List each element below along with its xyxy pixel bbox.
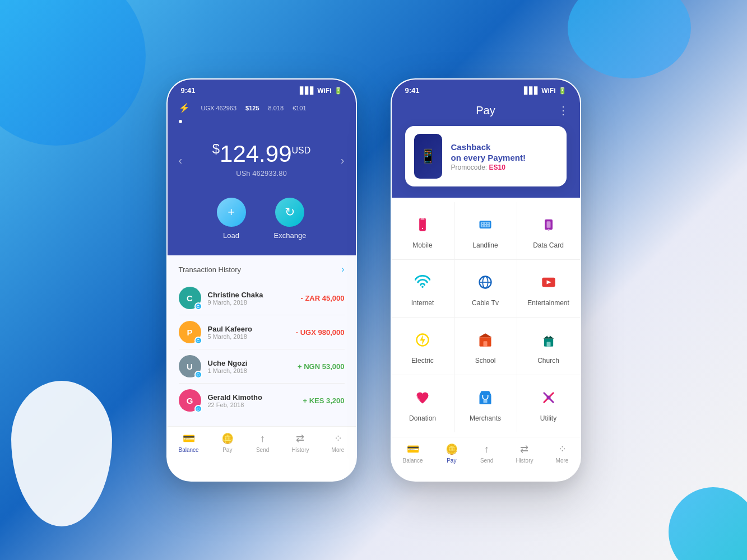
svg-marker-22 [420,335,425,346]
nav2-pay-label: Pay [447,458,456,464]
nav2-history[interactable]: ⇄ History [516,443,533,464]
pay-item-church[interactable]: Church [517,318,580,375]
currency-tab-usd[interactable]: $125 [245,105,259,111]
school-icon [473,328,498,352]
phones-wrapper: 9:41 ▋▋▋ WiFi 🔋 ⚡ UGX 462963 $125 8.018 … [0,0,747,560]
transaction-title: Transaction History [179,265,242,274]
phone-balance: 9:41 ▋▋▋ WiFi 🔋 ⚡ UGX 462963 $125 8.018 … [166,78,357,482]
transaction-item[interactable]: C C Christine Chaka 9 March, 2018 - ZAR … [179,281,345,315]
signal-icon-2: ▋▋▋ [524,87,539,95]
cashback-banner[interactable]: 📱 Cashback on every Payment! Promocode: … [405,126,567,186]
transaction-name: Gerald Kimotho [208,393,296,402]
avatar: U C [179,355,201,377]
balance-prev-arrow[interactable]: ‹ [179,153,183,166]
pay-item-merchants[interactable]: Merchants [454,375,517,432]
nav2-send[interactable]: ↑ Send [480,444,493,464]
exchange-button[interactable]: ↻ Exchange [274,198,307,240]
nav-balance-label: Balance [179,447,199,453]
pay-item-school[interactable]: School [454,318,517,375]
nav-pay[interactable]: 🪙 Pay [221,432,234,453]
status-icons-2: ▋▋▋ WiFi 🔋 [524,87,566,95]
svg-point-10 [488,225,489,226]
transaction-name: Christine Chaka [208,291,294,299]
nav-send[interactable]: ↑ Send [256,433,269,453]
pay-grid: Mobile Landline Data Card Internet Cable… [392,202,580,432]
pay-nav-icon: 🪙 [221,432,234,445]
pay-item-utility[interactable]: Utility [517,375,580,432]
cashback-headline-text: Cashback [451,142,491,152]
school-label: School [475,357,496,365]
status-bar-2: 9:41 ▋▋▋ WiFi 🔋 [392,80,580,98]
datacard-icon [536,212,561,237]
status-time-2: 9:41 [405,86,420,95]
balance-sub: USh 462933.80 [179,169,345,178]
bottom-nav-1: 💳 Balance 🪙 Pay ↑ Send ⇄ History ⁘ M [168,426,356,462]
transaction-date: 5 March, 2018 [208,333,289,340]
pay-item-mobile[interactable]: Mobile [392,202,454,260]
merchants-icon [473,385,498,410]
transaction-amount: + NGN 53,000 [298,362,344,371]
pay-title-bar: Pay ⋮ [403,98,569,126]
battery-icon-2: 🔋 [558,87,567,95]
exchange-circle: ↻ [275,198,304,227]
nav2-pay[interactable]: 🪙 Pay [446,443,458,464]
svg-rect-32 [484,400,488,403]
nav2-balance[interactable]: 💳 Balance [403,443,423,464]
pay-item-entertainment[interactable]: Entertainment [517,260,580,318]
nav-balance[interactable]: 💳 Balance [179,432,199,453]
more-nav-icon: ⁘ [334,432,342,445]
cashback-promo: Promocode: ES10 [451,164,558,171]
more-options-icon[interactable]: ⋮ [558,104,569,117]
landline-label: Landline [472,241,498,249]
transaction-history-arrow[interactable]: › [341,264,344,274]
transaction-amount: + KES 3,200 [303,396,344,405]
pay-item-landline[interactable]: Landline [454,202,517,260]
svg-point-35 [546,396,550,400]
pay-item-datacard[interactable]: Data Card [517,202,580,260]
load-button[interactable]: + Load [217,198,246,240]
filter-icon[interactable]: ⚡ [179,102,190,113]
status-time-1: 9:41 [181,86,196,95]
transaction-info: Christine Chaka 9 March, 2018 [208,291,294,306]
transaction-item[interactable]: U C Uche Ngozi 1 March, 2018 + NGN 53,00… [179,349,345,384]
transaction-date: 22 Feb, 2018 [208,402,296,408]
balance-amount: $124.99USD [179,142,345,166]
transaction-item[interactable]: G C Gerald Kimotho 22 Feb, 2018 + KES 3,… [179,384,345,417]
nav-history[interactable]: ⇄ History [291,432,309,453]
avatar-badge: C [194,337,202,344]
currency-dot [179,120,182,123]
balance-next-arrow[interactable]: › [341,153,345,166]
transaction-info: Paul Kafeero 5 March, 2018 [208,325,289,340]
nav-pay-label: Pay [222,447,232,453]
nav2-more[interactable]: ⁘ More [556,443,569,464]
history-nav-icon-2: ⇄ [520,443,528,455]
transaction-item[interactable]: P C Paul Kafeero 5 March, 2018 - UGX 980… [179,315,345,349]
svg-rect-30 [546,342,550,347]
pay-item-electric[interactable]: Electric [392,318,454,375]
action-buttons: + Load ↻ Exchange [179,189,345,244]
balance-nav-icon: 💳 [183,432,195,445]
transaction-amount: - UGX 980,000 [296,328,345,337]
transaction-info: Uche Ngozi 1 March, 2018 [208,359,291,374]
pay-item-internet[interactable]: Internet [392,260,454,318]
currency-tab-eur1[interactable]: 8.018 [268,105,284,111]
svg-rect-2 [421,219,425,220]
nav-send-label: Send [256,447,269,453]
svg-rect-20 [544,286,553,287]
nav2-send-label: Send [480,458,493,464]
currency-tab-ugx[interactable]: UGX 462963 [201,105,237,111]
pay-item-donation[interactable]: Donation [392,375,454,432]
entertainment-label: Entertainment [527,299,569,307]
donation-icon [410,385,435,410]
church-label: Church [537,357,559,365]
cashback-text: Cashback on every Payment! Promocode: ES… [451,142,558,171]
promo-label: Promocode: [451,164,488,171]
transaction-date: 1 March, 2018 [208,367,291,374]
nav-more[interactable]: ⁘ More [332,432,345,453]
pay-nav-icon-2: 🪙 [446,443,458,455]
avatar: G C [179,389,201,412]
pay-item-cabletv[interactable]: Cable Tv [454,260,517,318]
promo-code: ES10 [489,164,505,171]
svg-point-8 [482,225,483,226]
currency-tab-eur2[interactable]: €101 [293,105,306,111]
